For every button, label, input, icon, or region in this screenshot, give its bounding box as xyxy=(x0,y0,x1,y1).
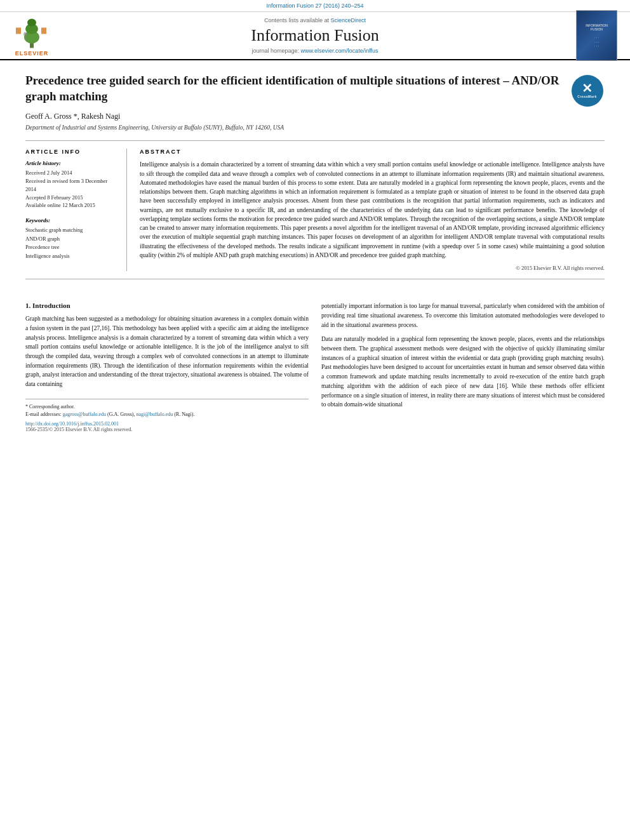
journal-header: ELSEVIER Contents lists available at Sci… xyxy=(0,12,630,60)
keyword-2: AND/OR graph xyxy=(25,235,119,244)
intro-para1-right: potentially important information is too… xyxy=(321,302,605,330)
right-column: potentially important information is too… xyxy=(321,302,605,432)
journal-cover: INFORMATIONFUSION· · ·· · ·· · · xyxy=(576,10,617,61)
keywords-section: Keywords: Stochastic graph matching AND/… xyxy=(25,217,119,260)
main-content: 1. Introduction Graph matching has been … xyxy=(0,295,630,439)
keyword-3: Precedence tree xyxy=(25,243,119,252)
email-line: E-mail addresses: gagross@buffalo.edu (G… xyxy=(25,411,309,418)
svg-point-3 xyxy=(27,19,36,27)
keywords-title: Keywords: xyxy=(25,217,119,223)
issn-line: 1566-2535/© 2015 Elsevier B.V. All right… xyxy=(25,427,309,432)
left-column: 1. Introduction Graph matching has been … xyxy=(25,302,309,432)
paper-section: Precedence tree guided search for the ef… xyxy=(0,60,630,295)
crossmark-icon: ✕ CrossMark xyxy=(572,75,603,107)
svg-rect-7 xyxy=(41,28,46,34)
accepted-date: Accepted 8 February 2015 xyxy=(25,194,119,202)
available-date: Available online 12 March 2015 xyxy=(25,201,119,210)
cover-text: INFORMATIONFUSION· · ·· · ·· · · xyxy=(586,23,608,48)
sciencedirect-line: Contents lists available at ScienceDirec… xyxy=(251,17,379,23)
doi-link[interactable]: http://dx.doi.org/10.1016/j.inffus.2015.… xyxy=(25,421,119,427)
elsevier-logo-area: ELSEVIER xyxy=(13,15,51,57)
journal-homepage: journal homepage: www.elsevier.com/locat… xyxy=(251,48,379,54)
abstract-text: Intelligence analysis is a domain charac… xyxy=(140,160,605,260)
intro-para1: Graph matching has been suggested as a m… xyxy=(25,314,309,389)
svg-point-4 xyxy=(23,32,27,36)
email1-link[interactable]: gagross@buffalo.edu xyxy=(63,411,106,417)
svg-rect-5 xyxy=(25,36,26,40)
email2-link[interactable]: nagi@buffalo.edu xyxy=(137,411,173,417)
abstract-title: ABSTRACT xyxy=(140,149,605,155)
affiliation: Department of Industrial and Systems Eng… xyxy=(25,124,605,131)
paper-title: Precedence tree guided search for the ef… xyxy=(25,73,605,104)
elsevier-logo: ELSEVIER xyxy=(13,15,51,57)
cover-image: INFORMATIONFUSION· · ·· · ·· · · xyxy=(576,10,617,61)
sciencedirect-link[interactable]: ScienceDirect xyxy=(331,17,366,23)
abstract-section: ABSTRACT Intelligence analysis is a doma… xyxy=(140,149,605,271)
copyright-line: © 2015 Elsevier B.V. All rights reserved… xyxy=(140,265,605,271)
corresponding-note: * Corresponding author. xyxy=(25,403,309,411)
revised-date: Received in revised form 3 December 2014 xyxy=(25,177,119,194)
article-history: Article history: Received 2 July 2014 Re… xyxy=(25,160,119,210)
received-date: Received 2 July 2014 xyxy=(25,169,119,177)
footnote-area: * Corresponding author. E-mail addresses… xyxy=(25,399,309,432)
history-title: Article history: xyxy=(25,160,119,166)
elsevier-tree-icon xyxy=(13,15,51,50)
citation-bar: Information Fusion 27 (2016) 240–254 xyxy=(0,0,630,12)
doi-line: http://dx.doi.org/10.1016/j.inffus.2015.… xyxy=(25,421,309,427)
homepage-url: www.elsevier.com/locate/inffus xyxy=(301,48,379,54)
article-info-title: ARTICLE INFO xyxy=(25,149,119,155)
authors: Geoff A. Gross *, Rakesh Nagi xyxy=(25,112,605,121)
journal-title: Information Fusion xyxy=(251,26,379,45)
intro-para2-right: Data are naturally modeled in a graphica… xyxy=(321,335,605,410)
keyword-1: Stochastic graph matching xyxy=(25,226,119,235)
intro-heading: 1. Introduction xyxy=(25,302,309,309)
crossmark-badge: ✕ CrossMark xyxy=(570,73,605,108)
article-body: ARTICLE INFO Article history: Received 2… xyxy=(25,140,605,279)
citation-text: Information Fusion 27 (2016) 240–254 xyxy=(266,3,363,9)
elsevier-brand: ELSEVIER xyxy=(15,50,49,57)
journal-header-center: Contents lists available at ScienceDirec… xyxy=(251,17,379,54)
article-info: ARTICLE INFO Article history: Received 2… xyxy=(25,149,127,271)
svg-rect-6 xyxy=(16,28,21,34)
keyword-4: Intelligence analysis xyxy=(25,252,119,261)
